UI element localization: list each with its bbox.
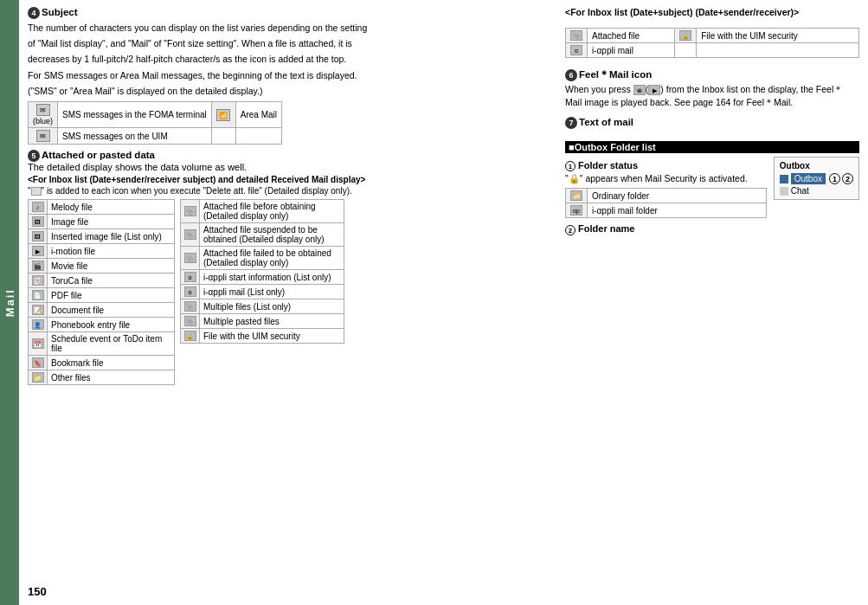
list-item: α i-αppli start information (List only) — [181, 270, 344, 285]
iappli-start-icon-cell: α — [181, 270, 200, 285]
file-list-left: ♪ Melody file 🖼 Image file 🖼 Inserted im… — [28, 199, 175, 385]
list-item: 📅 Schedule event or ToDo item file — [29, 332, 175, 356]
pdf-icon-cell: 📄 — [29, 288, 48, 303]
pdf-icon: 📄 — [32, 290, 44, 300]
iappli-folder-label: i-αppli mail folder — [588, 203, 767, 218]
attached-detail: The detailed display shows the data volu… — [28, 162, 555, 172]
uim-icon: 🔒 — [679, 30, 691, 41]
att-before-label: Attached file before obtaining (Detailed… — [200, 200, 344, 223]
subject-num: 4 — [28, 7, 40, 19]
list-item: 🃏 ToruCa file — [29, 274, 175, 288]
list-item: 📁 Ordinary folder — [566, 189, 767, 203]
list-item: 📎 Multiple files (List only) — [181, 299, 344, 314]
feel-press-icon2: ▶ — [648, 85, 660, 95]
att-failed-icon-cell: 📎 — [181, 247, 200, 270]
image-icon: 🖼 — [32, 216, 44, 227]
subject-para2: of "Mail list display", and "Mail" of "F… — [28, 37, 555, 50]
folder-name-label: Folder name — [578, 223, 634, 234]
list-item: 📎 Attached file before obtaining (Detail… — [181, 200, 344, 223]
att-suspended-icon: 📎 — [184, 229, 196, 240]
list-item: ♪ Melody file — [29, 200, 175, 215]
phonebook-icon-cell: 👤 — [29, 318, 48, 332]
iappli-mail-icon: α — [184, 286, 196, 297]
multiple-pasted-icon: 📎 — [184, 316, 196, 326]
right-column: <For Inbox list (Date+subject) (Date+sen… — [565, 7, 859, 598]
melody-label: Melody file — [48, 200, 175, 215]
outbox-black-heading: ■Outbox Folder list — [565, 141, 859, 153]
document-icon-cell: 📝 — [29, 303, 48, 318]
list-item: 👤 Phonebook entry file — [29, 318, 175, 332]
list-item: 🔖 Bookmark file — [29, 356, 175, 370]
attached-file-label: Attached file — [588, 29, 675, 43]
attached-num: 5 — [28, 150, 40, 162]
sms-uim-icon-cell: ✉ — [29, 128, 58, 145]
list-item: 📎 Multiple pasted files — [181, 314, 344, 329]
pdf-label: PDF file — [48, 288, 175, 303]
multiple-files-label: Multiple files (List only) — [200, 299, 344, 314]
subject-para5: ("SMS" or "Area Mail" is displayed on th… — [28, 85, 555, 98]
ordinary-folder-label: Ordinary folder — [588, 189, 767, 203]
multiple-pasted-icon-cell: 📎 — [181, 314, 200, 329]
sms-foma-icon-cell: ✉ (blue) — [29, 102, 58, 128]
image-icon-cell: 🖼 — [29, 215, 48, 229]
folder-name-heading: 2 Folder name — [565, 223, 859, 235]
feel-press-icon: 🖲 — [633, 85, 646, 95]
page-number: 150 — [28, 585, 555, 598]
text-mail-label: Text of mail — [579, 117, 633, 127]
iappli-folder-icon: αp — [570, 205, 582, 216]
folder-status-heading: 1 Folder status — [565, 160, 767, 171]
other-icon-cell: 📁 — [29, 370, 48, 385]
document-label: Document file — [48, 303, 175, 318]
main-content: 4Subject The number of characters you ca… — [19, 0, 868, 605]
feel-section: 6Feel＊Mail icon When you press 🖲(▶) from… — [565, 68, 859, 108]
list-item: α i-αppli mail — [566, 43, 859, 58]
sms-table: ✉ (blue) SMS messages in the FOMA termin… — [28, 101, 282, 145]
area-mail-icon-cell: 📶 — [211, 102, 235, 128]
text-mail-section: 7Text of mail — [565, 117, 859, 129]
image-label: Image file — [48, 215, 175, 229]
list-item: 📎 Attached file suspended to be obtained… — [181, 223, 344, 247]
imotion-icon: ▶ — [32, 246, 44, 256]
outbox-item-selected-indicator — [780, 175, 788, 183]
left-column: 4Subject The number of characters you ca… — [28, 7, 555, 598]
attached-file-icon-cell: 📎 — [566, 29, 588, 43]
list-item: 🔒 File with the UIM security — [181, 329, 344, 344]
attached-section: 5Attached or pasted data The detailed di… — [28, 150, 555, 385]
folder-status-label: Folder status — [578, 160, 638, 171]
inserted-image-label: Inserted image file (List only) — [48, 229, 175, 244]
imotion-icon-cell: ▶ — [29, 244, 48, 259]
uim-icon-cell: 🔒 — [675, 29, 697, 43]
subject-section: 4Subject The number of characters you ca… — [28, 7, 555, 145]
schedule-label: Schedule event or ToDo item file — [48, 332, 175, 356]
sms-foma-label: SMS messages in the FOMA terminal — [58, 102, 212, 128]
uim-label: File with the UIM security — [697, 29, 859, 43]
list-item: α i-αppli mail (List only) — [181, 285, 344, 299]
inserted-image-icon: 🖼 — [32, 231, 44, 241]
iappli-mail-icon-cell: α — [181, 285, 200, 299]
inbox-list-heading: <For Inbox list (Date+subject) (Date+sen… — [565, 7, 859, 17]
list-item: 🖼 Image file — [29, 215, 175, 229]
feel-num: 6 — [565, 69, 577, 81]
iappli-mail-label2: i-αppli mail — [588, 43, 675, 58]
blue-label: (blue) — [33, 117, 53, 126]
imotion-label: i-motion file — [48, 244, 175, 259]
area-mail-label: Area Mail — [235, 102, 281, 128]
att-suspended-icon-cell: 📎 — [181, 223, 200, 247]
attached-label: Attached or pasted data — [42, 150, 155, 160]
bookmark-icon: 🔖 — [32, 357, 44, 368]
attached-heading: 5Attached or pasted data — [28, 150, 555, 162]
list-item: ▶ i-motion file — [29, 244, 175, 259]
folder-name-num: 2 — [565, 225, 575, 235]
area-mail-icon: 📶 — [216, 109, 230, 121]
movie-icon-cell: 🎬 — [29, 259, 48, 274]
iappli-start-label: i-αppli start information (List only) — [200, 270, 344, 285]
multiple-files-icon: 📎 — [184, 301, 196, 312]
phonebook-label: Phonebook entry file — [48, 318, 175, 332]
outbox-item-chat: Chat — [791, 186, 809, 196]
inserted-image-icon-cell: 🖼 — [29, 229, 48, 244]
multiple-pasted-label: Multiple pasted files — [200, 314, 344, 329]
iappli-mail-label: i-αppli mail (List only) — [200, 285, 344, 299]
toruca-icon-cell: 🃏 — [29, 274, 48, 288]
outbox-circle2: 2 — [842, 173, 853, 184]
iappli-mail-icon2: α — [570, 45, 582, 55]
